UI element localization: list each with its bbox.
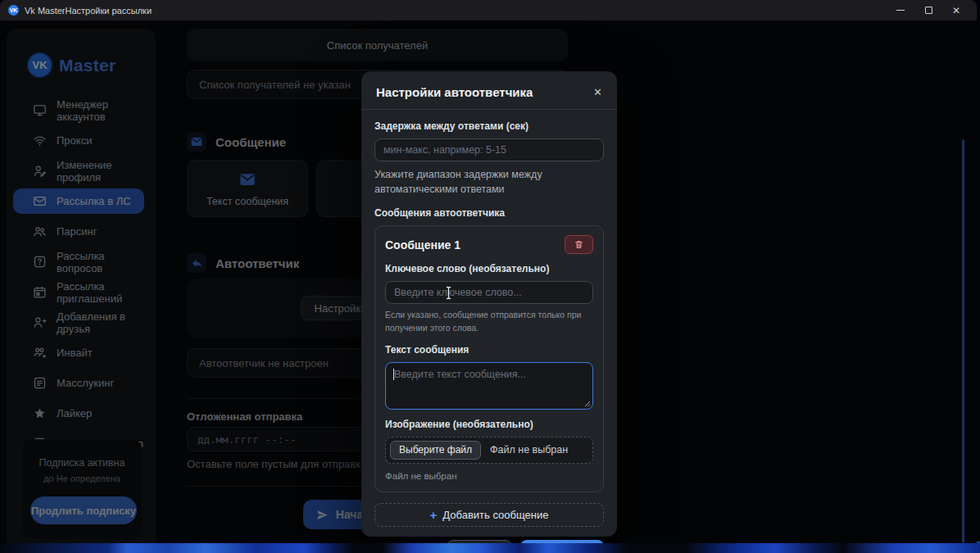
modal-close-button[interactable]: ✕	[593, 86, 602, 98]
autoresponder-settings-modal: Настройки автоответчика ✕ Задержка между…	[361, 71, 617, 537]
message-text-placeholder: Введите текст сообщения...	[394, 369, 526, 380]
desktop: VK Vk MasterНастройки рассылки ✕ VK Mast…	[0, 0, 980, 553]
cancel-button[interactable]: Отмена	[447, 540, 512, 543]
image-label: Изображение (необязательно)	[385, 419, 593, 430]
text-caret	[393, 369, 394, 380]
divider	[361, 109, 617, 110]
delete-message-button[interactable]	[565, 235, 593, 254]
modal-title: Настройки автоответчика	[376, 85, 533, 99]
minimize-icon	[896, 10, 905, 11]
add-message-label: Добавить сообщение	[442, 509, 548, 521]
message-card: Сообщение 1 Ключевое слово (необязательн…	[374, 225, 604, 492]
app-content: VK Master Менеджер аккаунтов Прокси Изме…	[0, 20, 977, 543]
choose-file-button[interactable]: Выберите файл	[390, 441, 481, 460]
app-window: VK Vk MasterНастройки рассылки ✕ VK Mast…	[0, 0, 977, 543]
file-input[interactable]: Выберите файл Файл не выбран	[385, 437, 593, 464]
app-icon: VK	[8, 5, 19, 16]
keyword-hint: Если указано, сообщение отправится тольк…	[385, 309, 593, 335]
message-card-title: Сообщение 1	[385, 238, 461, 252]
minimize-button[interactable]	[887, 0, 914, 20]
desktop-wallpaper	[0, 542, 980, 553]
plus-icon: +	[430, 508, 438, 522]
delay-input[interactable]: мин-макс, например: 5-15	[374, 138, 604, 161]
close-icon: ✕	[593, 86, 602, 98]
message-text-textarea[interactable]: Введите текст сообщения...	[385, 362, 593, 410]
delay-label: Задержка между ответами (сек)	[374, 120, 604, 132]
save-button[interactable]: Сохранить	[520, 540, 604, 543]
close-button[interactable]: ✕	[942, 0, 970, 20]
add-message-button[interactable]: + Добавить сообщение	[374, 503, 604, 527]
delay-hint: Укажите диапазон задержки между автомати…	[374, 167, 604, 197]
keyword-label: Ключевое слово (необязательно)	[385, 263, 593, 274]
close-icon: ✕	[952, 5, 960, 16]
trash-icon	[574, 239, 584, 250]
file-hint: Файл не выбран	[385, 471, 593, 481]
keyword-input[interactable]: Введите ключевое слово...	[385, 281, 593, 304]
maximize-button[interactable]	[914, 0, 942, 20]
file-status: Файл не выбран	[490, 444, 568, 456]
messages-label: Сообщения автоответчика	[374, 207, 604, 219]
message-text-label: Текст сообщения	[385, 344, 593, 356]
titlebar[interactable]: VK Vk MasterНастройки рассылки ✕	[0, 0, 977, 20]
window-title: Vk MasterНастройки рассылки	[25, 6, 152, 16]
text-cursor-icon	[445, 286, 452, 300]
resize-handle-icon[interactable]	[584, 401, 591, 407]
maximize-icon	[925, 7, 932, 14]
keyword-placeholder: Введите ключевое слово...	[394, 287, 522, 298]
